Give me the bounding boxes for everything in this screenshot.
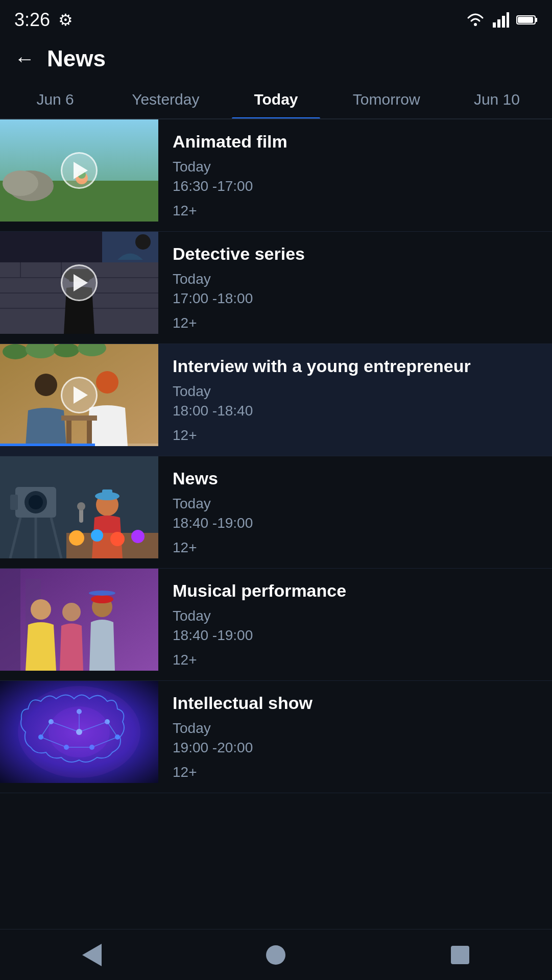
program-thumbnail [0, 456, 158, 558]
svg-point-62 [62, 603, 81, 621]
svg-rect-35 [87, 421, 92, 446]
tab-bar: Jun 6 Yesterday Today Tomorrow Jun 10 [0, 82, 552, 119]
svg-rect-40 [10, 495, 18, 510]
program-list: Animated film Today 16:30 -17:00 12+ [0, 119, 552, 793]
svg-point-11 [3, 170, 38, 196]
program-info: News Today 18:40 -19:00 12+ [158, 456, 552, 568]
program-info: Intellectual show Today 19:00 -20:00 12+ [158, 681, 552, 793]
svg-point-39 [29, 495, 43, 509]
svg-rect-1 [493, 22, 496, 28]
page-title: News [47, 46, 106, 71]
program-time: 18:00 -18:40 [173, 403, 540, 419]
program-time: 19:00 -20:00 [173, 740, 540, 756]
tab-tomorrow[interactable]: Tomorrow [331, 82, 442, 118]
program-title: News [173, 469, 540, 488]
program-info: Interview with a young entrepreneur Toda… [158, 344, 552, 456]
program-info: Musical performance Today 18:40 -19:00 1… [158, 569, 552, 680]
svg-point-81 [18, 686, 140, 778]
svg-point-48 [77, 502, 85, 510]
svg-point-31 [35, 374, 57, 396]
tab-jun6[interactable]: Jun 6 [0, 82, 110, 118]
svg-point-51 [91, 529, 103, 542]
svg-point-24 [135, 234, 151, 250]
program-rating: 12+ [173, 764, 540, 780]
recent-nav-icon [451, 946, 469, 964]
svg-point-53 [131, 530, 145, 543]
list-item[interactable]: Animated film Today 16:30 -17:00 12+ [0, 119, 552, 232]
program-thumbnail [0, 119, 158, 222]
program-title: Musical performance [173, 581, 540, 601]
program-day: Today [173, 496, 540, 512]
program-day: Today [173, 383, 540, 400]
wifi-icon [465, 12, 486, 28]
program-time: 18:40 -19:00 [173, 627, 540, 644]
settings-icon: ⚙ [58, 10, 73, 30]
svg-point-52 [110, 532, 125, 546]
program-time: 18:40 -19:00 [173, 515, 540, 531]
svg-rect-4 [507, 12, 509, 28]
top-bar: ← News [0, 36, 552, 82]
program-info: Detective series Today 17:00 -18:00 12+ [158, 232, 552, 344]
battery-icon [516, 14, 538, 26]
signal-icon [493, 12, 509, 28]
tab-today[interactable]: Today [221, 82, 331, 118]
program-rating: 12+ [173, 652, 540, 668]
program-title: Intellectual show [173, 693, 540, 713]
status-time: 3:26 [14, 9, 50, 31]
svg-rect-46 [102, 489, 112, 499]
progress-bar-fill [0, 444, 95, 446]
play-button[interactable] [61, 264, 98, 301]
program-day: Today [173, 159, 540, 175]
svg-rect-7 [536, 18, 537, 22]
play-button[interactable] [61, 377, 98, 413]
program-time: 17:00 -18:00 [173, 290, 540, 307]
back-button[interactable]: ← [14, 47, 35, 70]
recent-nav-button[interactable] [442, 937, 478, 973]
tab-jun10[interactable]: Jun 10 [442, 82, 552, 118]
program-thumbnail [0, 569, 158, 671]
play-button[interactable] [61, 152, 98, 189]
program-thumbnail [0, 344, 158, 446]
svg-point-27 [3, 344, 28, 359]
bottom-nav [0, 929, 552, 980]
svg-rect-3 [502, 16, 505, 28]
svg-point-57 [31, 599, 51, 620]
list-item[interactable]: Interview with a young entrepreneur Toda… [0, 344, 552, 456]
program-rating: 12+ [173, 540, 540, 556]
list-item[interactable]: News Today 18:40 -19:00 12+ [0, 456, 552, 569]
program-thumbnail [0, 681, 158, 783]
program-day: Today [173, 720, 540, 737]
svg-point-61 [89, 591, 115, 596]
home-nav-icon [266, 945, 285, 965]
svg-rect-34 [66, 421, 71, 446]
back-nav-icon [82, 944, 102, 966]
program-title: Detective series [173, 244, 540, 264]
svg-rect-6 [518, 17, 533, 23]
svg-rect-2 [497, 19, 500, 28]
list-item[interactable]: Detective series Today 17:00 -18:00 12+ [0, 232, 552, 344]
program-day: Today [173, 271, 540, 287]
program-title: Animated film [173, 132, 540, 152]
program-info: Animated film Today 16:30 -17:00 12+ [158, 119, 552, 231]
back-nav-button[interactable] [74, 937, 110, 973]
svg-rect-55 [0, 569, 20, 671]
tab-yesterday[interactable]: Yesterday [110, 82, 221, 118]
program-rating: 12+ [173, 315, 540, 331]
svg-point-0 [474, 23, 477, 26]
program-thumbnail [0, 232, 158, 334]
list-item[interactable]: Musical performance Today 18:40 -19:00 1… [0, 569, 552, 681]
svg-point-32 [96, 371, 118, 394]
program-title: Interview with a young entrepreneur [173, 356, 540, 376]
list-item[interactable]: Intellectual show Today 19:00 -20:00 12+ [0, 681, 552, 793]
svg-rect-33 [61, 415, 97, 421]
status-bar: 3:26 ⚙ [0, 0, 552, 36]
program-rating: 12+ [173, 427, 540, 444]
progress-bar-container [0, 444, 158, 446]
program-time: 16:30 -17:00 [173, 178, 540, 194]
svg-point-50 [69, 530, 84, 546]
status-icons [465, 12, 538, 28]
home-nav-button[interactable] [258, 937, 294, 973]
program-day: Today [173, 608, 540, 624]
program-rating: 12+ [173, 203, 540, 219]
